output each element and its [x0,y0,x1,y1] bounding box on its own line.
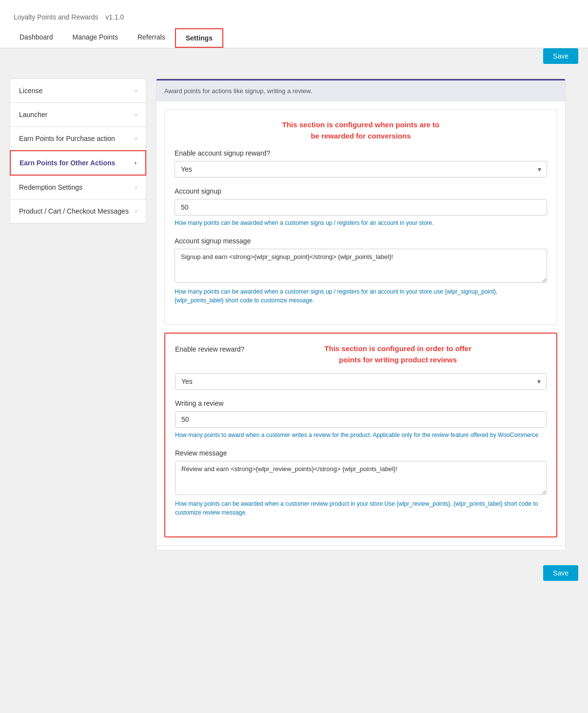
section2-note: This section is configured in order to o… [249,343,547,365]
chevron-icon: › [135,87,137,94]
writing-review-field: Writing a review How many points to awar… [175,399,547,439]
signup-message-help: How many points can be awarded when a cu… [175,287,547,305]
enable-review-select-wrapper: Yes No ▾ [175,373,547,390]
top-bar: Loyalty Points and Rewards v1.1.0 Dashbo… [0,0,588,48]
page-wrapper: License › Launcher › Earn Points for Pur… [0,69,575,560]
enable-signup-field: Enable account signup reward? Yes No ▾ [175,149,547,178]
writing-review-label: Writing a review [175,399,547,407]
review-message-field: Review message How many points can be aw… [175,449,547,517]
enable-signup-select[interactable]: Yes No [175,161,547,178]
enable-review-field: Yes No ▾ [175,373,547,390]
save-button-top[interactable]: Save [543,48,578,64]
tab-manage-points[interactable]: Manage Points [63,28,128,48]
sidebar-item-launcher[interactable]: Launcher › [10,102,146,127]
account-signup-label: Account signup [175,187,547,195]
signup-reward-section: This section is configured when points a… [164,109,557,325]
chevron-icon: › [135,159,137,166]
save-button-bottom[interactable]: Save [543,565,578,581]
sidebar-item-redemption[interactable]: Redemption Settings › [10,175,146,199]
writing-review-input[interactable] [175,411,547,428]
review-message-help: How many points can be awarded when a cu… [175,499,547,517]
nav-tabs: Dashboard Manage Points Referrals Settin… [10,28,578,48]
enable-review-select[interactable]: Yes No [175,373,547,390]
account-signup-field: Account signup How many points can be aw… [175,187,547,227]
signup-message-textarea[interactable] [175,249,547,283]
sidebar-item-license[interactable]: License › [10,79,146,103]
sidebar-item-earn-other[interactable]: Earn Points for Other Actions › [10,150,146,176]
tab-settings[interactable]: Settings [175,28,223,48]
chevron-icon: › [135,135,137,142]
bottom-save-row: Save [0,560,588,591]
signup-message-label: Account signup message [175,237,547,245]
enable-review-label: Enable review reward? [175,345,244,353]
chevron-icon: › [135,111,137,118]
review-reward-section: Enable review reward? This section is co… [164,333,557,537]
enable-signup-select-wrapper: Yes No ▾ [175,161,547,178]
account-signup-help: How many points can be awarded when a cu… [175,218,547,227]
account-signup-input[interactable] [175,199,547,216]
bottom-spacer [157,545,565,550]
info-banner: Award points for actions like signup, wr… [157,79,565,101]
app-title: Loyalty Points and Rewards v1.1.0 [10,0,578,28]
sidebar-item-earn-purchase[interactable]: Earn Points for Purchase action › [10,126,146,151]
chevron-icon: › [135,208,137,215]
tab-referrals[interactable]: Referrals [128,28,175,48]
review-message-textarea[interactable] [175,461,547,495]
sidebar: License › Launcher › Earn Points for Pur… [10,79,146,551]
review-message-label: Review message [175,449,547,457]
chevron-icon: › [135,184,137,191]
signup-message-field: Account signup message How many points c… [175,237,547,305]
writing-review-help: How many points to award when a customer… [175,431,547,439]
main-content: Award points for actions like signup, wr… [156,79,566,551]
top-save-row: Save [0,48,588,69]
enable-signup-label: Enable account signup reward? [175,149,547,157]
tab-dashboard[interactable]: Dashboard [10,28,63,48]
section1-note: This section is configured when points a… [175,119,547,141]
sidebar-item-product-cart[interactable]: Product / Cart / Checkout Messages › [10,199,146,223]
content-area: Award points for actions like signup, wr… [156,79,566,551]
